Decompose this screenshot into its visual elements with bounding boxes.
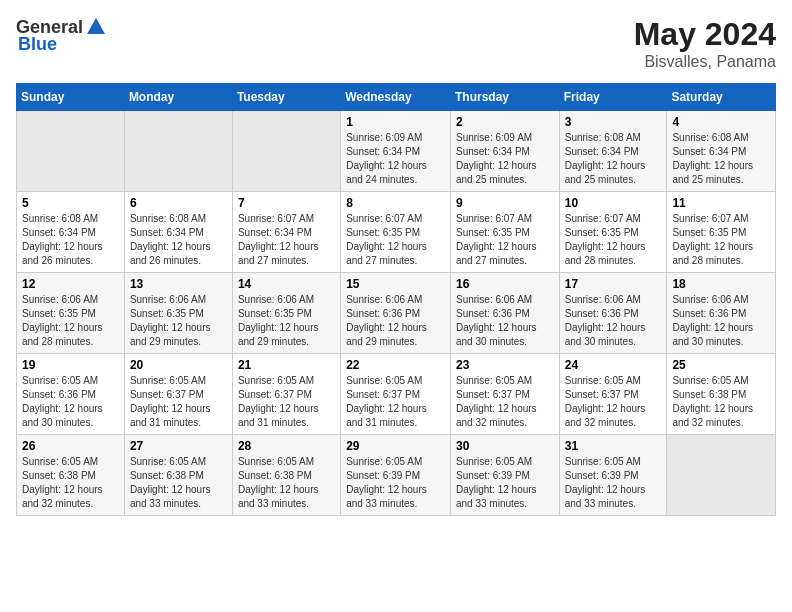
- day-number: 27: [130, 439, 227, 453]
- day-info: Sunrise: 6:07 AMSunset: 6:35 PMDaylight:…: [456, 212, 554, 268]
- day-number: 3: [565, 115, 662, 129]
- day-number: 30: [456, 439, 554, 453]
- logo-icon: [85, 16, 107, 38]
- calendar-day-cell: 1Sunrise: 6:09 AMSunset: 6:34 PMDaylight…: [341, 111, 451, 192]
- day-info: Sunrise: 6:05 AMSunset: 6:39 PMDaylight:…: [565, 455, 662, 511]
- day-number: 9: [456, 196, 554, 210]
- calendar-day-cell: 11Sunrise: 6:07 AMSunset: 6:35 PMDayligh…: [667, 192, 776, 273]
- calendar-day-cell: 29Sunrise: 6:05 AMSunset: 6:39 PMDayligh…: [341, 435, 451, 516]
- day-info: Sunrise: 6:09 AMSunset: 6:34 PMDaylight:…: [456, 131, 554, 187]
- day-number: 26: [22, 439, 119, 453]
- day-number: 21: [238, 358, 335, 372]
- day-of-week-header: Wednesday: [341, 84, 451, 111]
- calendar-location: Bisvalles, Panama: [634, 53, 776, 71]
- day-info: Sunrise: 6:05 AMSunset: 6:38 PMDaylight:…: [22, 455, 119, 511]
- title-block: May 2024 Bisvalles, Panama: [634, 16, 776, 71]
- day-info: Sunrise: 6:05 AMSunset: 6:36 PMDaylight:…: [22, 374, 119, 430]
- day-info: Sunrise: 6:05 AMSunset: 6:37 PMDaylight:…: [238, 374, 335, 430]
- day-info: Sunrise: 6:08 AMSunset: 6:34 PMDaylight:…: [130, 212, 227, 268]
- calendar-title: May 2024: [634, 16, 776, 53]
- logo-blue-text: Blue: [18, 34, 57, 55]
- day-of-week-header: Thursday: [450, 84, 559, 111]
- day-of-week-header: Saturday: [667, 84, 776, 111]
- calendar-day-cell: 28Sunrise: 6:05 AMSunset: 6:38 PMDayligh…: [232, 435, 340, 516]
- day-of-week-header: Monday: [124, 84, 232, 111]
- calendar-day-cell: 9Sunrise: 6:07 AMSunset: 6:35 PMDaylight…: [450, 192, 559, 273]
- day-info: Sunrise: 6:08 AMSunset: 6:34 PMDaylight:…: [672, 131, 770, 187]
- day-number: 28: [238, 439, 335, 453]
- day-info: Sunrise: 6:05 AMSunset: 6:38 PMDaylight:…: [672, 374, 770, 430]
- calendar-day-cell: 24Sunrise: 6:05 AMSunset: 6:37 PMDayligh…: [559, 354, 667, 435]
- day-info: Sunrise: 6:07 AMSunset: 6:35 PMDaylight:…: [565, 212, 662, 268]
- calendar-week-row: 26Sunrise: 6:05 AMSunset: 6:38 PMDayligh…: [17, 435, 776, 516]
- day-info: Sunrise: 6:05 AMSunset: 6:37 PMDaylight:…: [565, 374, 662, 430]
- calendar-day-cell: 26Sunrise: 6:05 AMSunset: 6:38 PMDayligh…: [17, 435, 125, 516]
- day-info: Sunrise: 6:06 AMSunset: 6:36 PMDaylight:…: [672, 293, 770, 349]
- day-number: 16: [456, 277, 554, 291]
- day-info: Sunrise: 6:05 AMSunset: 6:37 PMDaylight:…: [456, 374, 554, 430]
- calendar-day-cell: 30Sunrise: 6:05 AMSunset: 6:39 PMDayligh…: [450, 435, 559, 516]
- calendar-day-cell: 21Sunrise: 6:05 AMSunset: 6:37 PMDayligh…: [232, 354, 340, 435]
- day-number: 6: [130, 196, 227, 210]
- day-info: Sunrise: 6:05 AMSunset: 6:37 PMDaylight:…: [346, 374, 445, 430]
- day-number: 1: [346, 115, 445, 129]
- day-info: Sunrise: 6:07 AMSunset: 6:35 PMDaylight:…: [346, 212, 445, 268]
- day-number: 11: [672, 196, 770, 210]
- logo: General Blue: [16, 16, 107, 55]
- day-number: 7: [238, 196, 335, 210]
- day-info: Sunrise: 6:07 AMSunset: 6:34 PMDaylight:…: [238, 212, 335, 268]
- day-number: 12: [22, 277, 119, 291]
- day-info: Sunrise: 6:06 AMSunset: 6:35 PMDaylight:…: [22, 293, 119, 349]
- day-of-week-header: Friday: [559, 84, 667, 111]
- day-info: Sunrise: 6:05 AMSunset: 6:39 PMDaylight:…: [346, 455, 445, 511]
- calendar-day-cell: [17, 111, 125, 192]
- day-info: Sunrise: 6:08 AMSunset: 6:34 PMDaylight:…: [565, 131, 662, 187]
- day-info: Sunrise: 6:06 AMSunset: 6:36 PMDaylight:…: [456, 293, 554, 349]
- calendar-day-cell: 14Sunrise: 6:06 AMSunset: 6:35 PMDayligh…: [232, 273, 340, 354]
- calendar-day-cell: 7Sunrise: 6:07 AMSunset: 6:34 PMDaylight…: [232, 192, 340, 273]
- day-info: Sunrise: 6:08 AMSunset: 6:34 PMDaylight:…: [22, 212, 119, 268]
- calendar-day-cell: [232, 111, 340, 192]
- day-number: 20: [130, 358, 227, 372]
- day-number: 14: [238, 277, 335, 291]
- calendar-day-cell: 8Sunrise: 6:07 AMSunset: 6:35 PMDaylight…: [341, 192, 451, 273]
- calendar-week-row: 12Sunrise: 6:06 AMSunset: 6:35 PMDayligh…: [17, 273, 776, 354]
- day-number: 25: [672, 358, 770, 372]
- calendar-day-cell: 4Sunrise: 6:08 AMSunset: 6:34 PMDaylight…: [667, 111, 776, 192]
- svg-marker-0: [87, 18, 105, 34]
- calendar-day-cell: 22Sunrise: 6:05 AMSunset: 6:37 PMDayligh…: [341, 354, 451, 435]
- day-of-week-header: Sunday: [17, 84, 125, 111]
- day-info: Sunrise: 6:06 AMSunset: 6:36 PMDaylight:…: [565, 293, 662, 349]
- calendar-week-row: 5Sunrise: 6:08 AMSunset: 6:34 PMDaylight…: [17, 192, 776, 273]
- calendar-day-cell: 2Sunrise: 6:09 AMSunset: 6:34 PMDaylight…: [450, 111, 559, 192]
- calendar-week-row: 1Sunrise: 6:09 AMSunset: 6:34 PMDaylight…: [17, 111, 776, 192]
- day-number: 19: [22, 358, 119, 372]
- day-number: 2: [456, 115, 554, 129]
- day-info: Sunrise: 6:05 AMSunset: 6:37 PMDaylight:…: [130, 374, 227, 430]
- calendar-day-cell: 31Sunrise: 6:05 AMSunset: 6:39 PMDayligh…: [559, 435, 667, 516]
- calendar-day-cell: 15Sunrise: 6:06 AMSunset: 6:36 PMDayligh…: [341, 273, 451, 354]
- calendar-day-cell: 10Sunrise: 6:07 AMSunset: 6:35 PMDayligh…: [559, 192, 667, 273]
- calendar-day-cell: 25Sunrise: 6:05 AMSunset: 6:38 PMDayligh…: [667, 354, 776, 435]
- calendar-day-cell: [124, 111, 232, 192]
- calendar-table: SundayMondayTuesdayWednesdayThursdayFrid…: [16, 83, 776, 516]
- calendar-day-cell: 13Sunrise: 6:06 AMSunset: 6:35 PMDayligh…: [124, 273, 232, 354]
- day-number: 22: [346, 358, 445, 372]
- day-number: 8: [346, 196, 445, 210]
- day-number: 15: [346, 277, 445, 291]
- day-number: 4: [672, 115, 770, 129]
- calendar-day-cell: 19Sunrise: 6:05 AMSunset: 6:36 PMDayligh…: [17, 354, 125, 435]
- day-number: 17: [565, 277, 662, 291]
- calendar-day-cell: 23Sunrise: 6:05 AMSunset: 6:37 PMDayligh…: [450, 354, 559, 435]
- page-header: General Blue May 2024 Bisvalles, Panama: [16, 16, 776, 71]
- calendar-day-cell: 17Sunrise: 6:06 AMSunset: 6:36 PMDayligh…: [559, 273, 667, 354]
- day-info: Sunrise: 6:05 AMSunset: 6:38 PMDaylight:…: [238, 455, 335, 511]
- day-info: Sunrise: 6:06 AMSunset: 6:36 PMDaylight:…: [346, 293, 445, 349]
- calendar-day-cell: [667, 435, 776, 516]
- calendar-day-cell: 27Sunrise: 6:05 AMSunset: 6:38 PMDayligh…: [124, 435, 232, 516]
- day-info: Sunrise: 6:06 AMSunset: 6:35 PMDaylight:…: [238, 293, 335, 349]
- calendar-header-row: SundayMondayTuesdayWednesdayThursdayFrid…: [17, 84, 776, 111]
- day-info: Sunrise: 6:09 AMSunset: 6:34 PMDaylight:…: [346, 131, 445, 187]
- day-number: 5: [22, 196, 119, 210]
- day-number: 18: [672, 277, 770, 291]
